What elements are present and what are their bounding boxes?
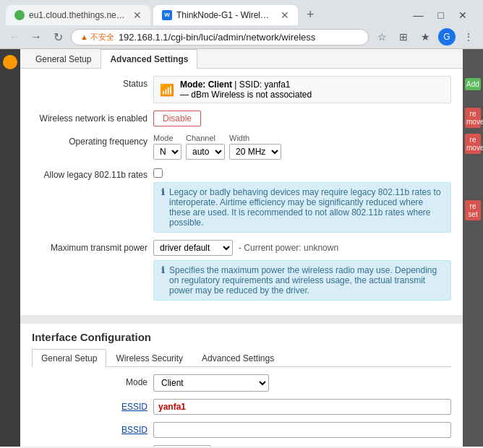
mode-freq-label: Mode <box>153 134 181 142</box>
iface-tabs-bar: General Setup Wireless Security Advanced… <box>32 349 451 367</box>
power-info-box: ℹ Specifies the maximum power the wirele… <box>153 260 451 301</box>
reset-button[interactable]: reset <box>465 200 481 220</box>
iface-tab-advanced[interactable]: Advanced Settings <box>192 349 283 367</box>
essid-link[interactable]: ESSID <box>121 402 148 412</box>
tab-title-1: eu1.cloud.thethings.network <box>29 10 126 20</box>
mode-select-freq[interactable]: N <box>153 144 181 160</box>
current-power-text: - Current power: unknown <box>239 243 338 253</box>
address-bar: ← → ↻ ▲ 不安全 192.168.1.1/cgi-bin/luci/adm… <box>0 25 483 48</box>
star-icon[interactable]: ★ <box>416 28 434 46</box>
max-power-label: Maximum transmit power <box>32 240 148 253</box>
legacy-row: Allow legacy 802.11b rates ℹ Legacy or b… <box>32 167 451 233</box>
power-select[interactable]: driver default <box>153 240 233 256</box>
power-row: driver default - Current power: unknown <box>153 240 451 256</box>
back-button[interactable]: ← <box>6 28 23 46</box>
security-warning-icon: ▲ 不安全 <box>80 32 114 43</box>
network-value-wrap: wwan ★ ℹ Choose the network(s) you want … <box>153 445 451 447</box>
bssid-link[interactable]: BSSID <box>121 425 148 435</box>
menu-icon[interactable]: ⋮ <box>460 28 477 46</box>
main-content: General Setup Advanced Settings Status 📶… <box>20 49 463 447</box>
iface-tab-general[interactable]: General Setup <box>32 349 106 367</box>
add-button[interactable]: Add <box>465 78 481 90</box>
operating-freq-value: Mode N Channel auto Width <box>153 134 451 160</box>
browser-chrome: eu1.cloud.thethings.network ✕ W ThinkNod… <box>0 0 483 49</box>
bssid-value-wrap <box>153 422 451 438</box>
freq-row: Mode N Channel auto Width <box>153 134 451 160</box>
bssid-input[interactable] <box>153 422 451 438</box>
top-tabs-bar: General Setup Advanced Settings <box>20 49 463 69</box>
tab-general-setup-top[interactable]: General Setup <box>26 49 101 69</box>
legacy-checkbox-row <box>153 167 451 178</box>
bssid-label: BSSID <box>32 422 148 435</box>
maximize-button[interactable]: □ <box>434 8 448 22</box>
network-enabled-value: Disable <box>153 111 451 126</box>
status-dbm: — dBm <box>180 90 209 100</box>
network-row: Network wwan ★ ℹ Choose the network(s) y… <box>32 445 451 447</box>
status-box: 📶 Mode: Client | SSID: yanfa1 — dBm Wire… <box>153 76 451 103</box>
power-info-text: Specifies the maximum power the wireless… <box>169 265 443 296</box>
bssid-row: BSSID <box>32 422 451 438</box>
translate-icon[interactable]: ⊞ <box>395 28 412 46</box>
legacy-value: ℹ Legacy or badly behaving devices may r… <box>153 167 451 233</box>
legacy-info-box: ℹ Legacy or badly behaving devices may r… <box>153 182 451 233</box>
network-enabled-label: Wireless network is enabled <box>32 111 148 124</box>
essid-input[interactable] <box>153 399 451 415</box>
channel-select[interactable]: auto <box>186 144 225 160</box>
window-controls: — □ ✕ <box>409 8 477 22</box>
operating-freq-row: Operating frequency Mode N Channel a <box>32 134 451 160</box>
network-select-row: wwan ★ <box>153 445 451 447</box>
url-bar[interactable]: ▲ 不安全 192.168.1.1/cgi-bin/luci/admin/net… <box>71 29 369 46</box>
tab-close-1[interactable]: ✕ <box>133 9 142 21</box>
tab-active[interactable]: W ThinkNode-G1 - Wireless - L... ✕ <box>153 5 298 25</box>
width-col: Width 20 MHz <box>229 134 281 160</box>
minimize-button[interactable]: — <box>409 8 428 22</box>
width-select[interactable]: 20 MHz <box>229 144 281 160</box>
remove-button-2[interactable]: remove <box>465 134 481 154</box>
bookmark-icon[interactable]: ☆ <box>373 28 390 46</box>
legacy-checkbox[interactable] <box>153 168 163 178</box>
network-label: Network <box>32 445 148 447</box>
legacy-label: Allow legacy 802.11b rates <box>32 167 148 180</box>
new-tab-button[interactable]: + <box>301 4 320 25</box>
left-sidebar <box>0 49 20 447</box>
info-icon-legacy: ℹ <box>161 187 165 197</box>
right-sidebar: Add remove remove reset <box>463 49 483 447</box>
width-freq-label: Width <box>229 134 281 142</box>
essid-label: ESSID <box>32 399 148 412</box>
tab-advanced-settings-top[interactable]: Advanced Settings <box>101 49 197 69</box>
channel-col: Channel auto <box>186 134 225 160</box>
tab-inactive[interactable]: eu1.cloud.thethings.network ✕ <box>6 5 150 25</box>
network-select[interactable]: wwan <box>153 445 211 447</box>
mode-label: Mode <box>32 374 148 387</box>
forward-button[interactable]: → <box>27 28 45 46</box>
mode-dropdown[interactable]: Client <box>153 374 269 392</box>
tab-favicon-1 <box>14 10 25 20</box>
page-content: General Setup Advanced Settings Status 📶… <box>0 49 483 447</box>
wireless-form-section: Status 📶 Mode: Client | SSID: yanfa1 — d… <box>20 69 463 315</box>
legacy-info-text: Legacy or badly behaving devices may req… <box>169 187 443 228</box>
status-mode: Mode: Client <box>180 79 232 90</box>
info-icon-power: ℹ <box>161 265 165 275</box>
status-assoc: Wireless is not associated <box>211 90 312 100</box>
url-text: 192.168.1.1/cgi-bin/luci/admin/network/w… <box>119 32 315 43</box>
tab-title-2: ThinkNode-G1 - Wireless - L... <box>176 10 273 20</box>
remove-button-1[interactable]: remove <box>465 108 481 128</box>
disable-button[interactable]: Disable <box>153 111 201 126</box>
tab-favicon-2: W <box>162 10 172 20</box>
profile-icon[interactable]: G <box>438 28 456 46</box>
iface-tab-security[interactable]: Wireless Security <box>106 349 192 367</box>
network-enabled-row: Wireless network is enabled Disable <box>32 111 451 126</box>
status-label: Status <box>32 76 148 89</box>
essid-value-wrap <box>153 399 451 415</box>
mode-col: Mode N <box>153 134 181 160</box>
tab-close-2[interactable]: ✕ <box>281 9 289 21</box>
reload-button[interactable]: ↻ <box>49 28 67 46</box>
channel-freq-label: Channel <box>186 134 225 142</box>
mode-select-wrap: Client <box>153 374 451 392</box>
interface-config-section: Interface Configuration General Setup Wi… <box>20 324 463 447</box>
status-row: Status 📶 Mode: Client | SSID: yanfa1 — d… <box>32 76 451 103</box>
iface-title: Interface Configuration <box>32 331 451 343</box>
tab-bar: eu1.cloud.thethings.network ✕ W ThinkNod… <box>0 0 483 25</box>
section-divider <box>20 315 463 324</box>
close-button[interactable]: ✕ <box>454 8 471 22</box>
